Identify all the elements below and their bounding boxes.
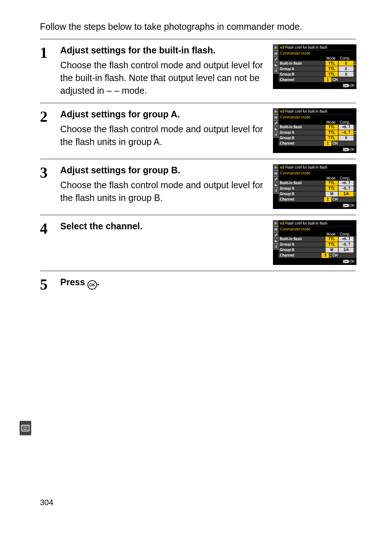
lcd-footer: OKOK [278, 202, 356, 209]
row-label: Channel [278, 197, 323, 202]
camera-tab-icon [273, 51, 278, 56]
pencil-tab-icon [273, 232, 278, 238]
mode-value: TTL [326, 181, 338, 186]
mode-value: TTL [326, 130, 338, 135]
comp-value: +0. 7 [339, 237, 354, 242]
lcd-footer: OKOK [278, 146, 356, 153]
pencil-tab-icon [273, 56, 278, 62]
pencil-tab-icon [273, 176, 278, 182]
setting-code: e3 [280, 45, 284, 49]
mode-value: M [326, 247, 338, 253]
row-label: Built-in flash [278, 181, 325, 186]
channel-value: 1 [324, 141, 331, 146]
col-mode: Mode [324, 176, 338, 180]
step-title: Press OK. [60, 276, 356, 290]
step-paragraph: Choose the flash control mode and output… [60, 123, 268, 148]
lcd-screenshot: e3Flash cntrl for built-in flashCommande… [273, 44, 356, 89]
lcd-row: Channel1CH [278, 77, 356, 82]
lcd-row: Channel3CH [278, 253, 356, 258]
comp-value: 1/4 [339, 247, 354, 253]
step-paragraph: Choose the flash control mode and output… [60, 179, 268, 204]
page-number: 304 [40, 498, 53, 507]
channel-label: CH [331, 77, 339, 82]
channel-value: 1 [324, 77, 331, 82]
step-title: Adjust settings for group A. [60, 108, 268, 121]
recent-tab-icon [273, 244, 278, 250]
comp-value: 0 [339, 72, 354, 77]
mode-value: TTL [326, 237, 338, 242]
lcd-row: Channel1CH [278, 141, 356, 146]
retouch-tab-icon [273, 126, 278, 132]
mode-value: TTL [326, 125, 338, 130]
step: 5Press OK. [40, 271, 356, 298]
play-tab-icon [273, 45, 278, 51]
recent-tab-icon [273, 188, 278, 194]
col-mode: Mode [324, 232, 338, 236]
step-number: 2 [40, 108, 60, 124]
col-comp: Comp. [338, 176, 352, 180]
col-comp: Comp. [338, 232, 352, 236]
intro-text: Follow the steps below to take photograp… [40, 20, 356, 33]
comp-value: 1/4 [339, 192, 354, 197]
recent-tab-icon [273, 132, 278, 138]
lcd-row: Built-in flashTTL+0. 7 [278, 237, 356, 242]
step: 4Select the channel.e3Flash cntrl for bu… [40, 215, 356, 271]
play-tab-icon [273, 165, 278, 170]
comp-value: −0. 7 [339, 242, 354, 247]
retouch-tab-icon [273, 238, 278, 244]
col-comp: Comp. [338, 56, 352, 60]
comp-value: 0 [339, 66, 354, 71]
setting-title: Flash cntrl for built-in flash [285, 109, 327, 113]
row-label: Group B [278, 192, 325, 197]
setting-title: Flash cntrl for built-in flash [285, 165, 327, 169]
camera-tab-icon [273, 114, 278, 120]
row-label: Group B [278, 136, 325, 141]
lcd-footer: OKOK [278, 258, 356, 265]
lcd-row: Built-in flashTTL+0. 7 [278, 181, 356, 186]
setting-code: e3 [280, 165, 284, 169]
row-label: Channel [278, 141, 323, 146]
row-label: Group A [278, 186, 325, 191]
row-label: Built-in flash [278, 125, 325, 130]
lcd-row: Built-in flashTTL+0. 7 [278, 125, 356, 130]
setting-code: e3 [280, 221, 284, 225]
play-tab-icon [273, 109, 278, 114]
mode-value: TTL [326, 136, 338, 141]
row-label: Group A [278, 130, 325, 135]
step: 2Adjust settings for group A.Choose the … [40, 103, 356, 159]
step-number: 3 [40, 164, 60, 180]
lcd-row: Group ATTL−0. 7 [278, 186, 356, 191]
pencil-tab-icon [273, 120, 278, 126]
comp-value: 0 [339, 61, 354, 66]
lcd-row: Group ATTL0 [278, 66, 356, 71]
step: 1Adjust settings for the built-in flash.… [40, 39, 356, 103]
retouch-tab-icon [273, 182, 278, 188]
setting-code: e3 [280, 109, 284, 113]
spinner-icon [354, 192, 356, 197]
setting-title: Flash cntrl for built-in flash [285, 45, 327, 49]
mode-subtitle: Commander mode [278, 114, 356, 120]
col-mode: Mode [324, 56, 338, 60]
row-label: Group B [278, 247, 325, 253]
lcd-row: Group BTTL0 [278, 72, 356, 77]
channel-value: 1 [324, 197, 331, 202]
step-number: 5 [40, 276, 60, 292]
mode-value: TTL [326, 186, 338, 191]
setting-title: Flash cntrl for built-in flash [285, 221, 327, 225]
row-label: Group A [278, 242, 325, 247]
step: 3Adjust settings for group B.Choose the … [40, 159, 356, 215]
comp-value: +0. 7 [339, 181, 354, 186]
camera-tab-icon [273, 170, 278, 176]
comp-value: +0. 7 [339, 125, 354, 130]
lcd-row: Group BM1/4 [278, 247, 356, 253]
menu-list-icon [20, 421, 31, 435]
lcd-row: Built-in flashTTL0 [278, 61, 356, 66]
comp-value: −0. 7 [339, 130, 354, 135]
recent-tab-icon [273, 68, 278, 74]
col-mode: Mode [324, 120, 338, 124]
row-label: Channel [278, 77, 323, 82]
step-title: Adjust settings for group B. [60, 164, 268, 177]
lcd-row: Group BM1/4 [278, 192, 356, 197]
lcd-row: Group ATTL−0. 7 [278, 130, 356, 135]
camera-tab-icon [273, 226, 278, 232]
